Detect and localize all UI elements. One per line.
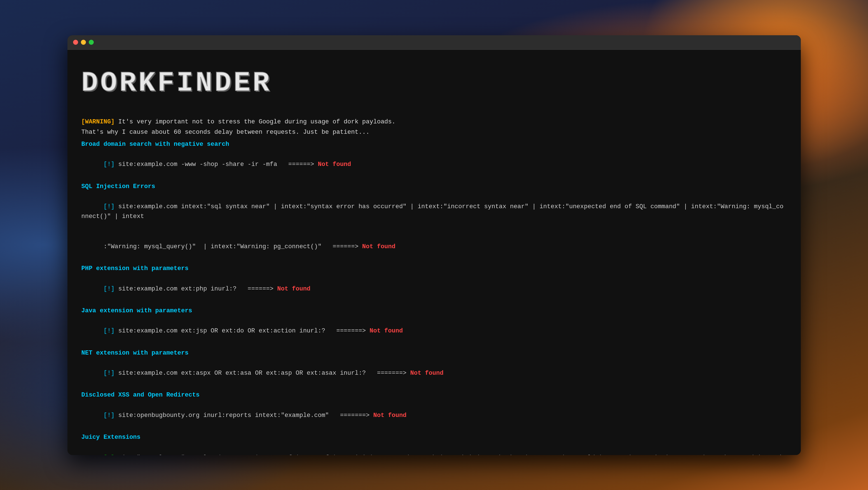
- cmd-line-4: [!] site:example.com ext:jsp OR ext:do O…: [82, 316, 787, 346]
- result-6: Not found: [370, 412, 406, 419]
- prefix-3: [!]: [103, 286, 115, 292]
- app-title: DORKFINDER: [82, 61, 787, 106]
- cmd-7a: site:"example.com" ext:log | ext:txt | e…: [82, 454, 783, 455]
- maximize-button[interactable]: [89, 40, 94, 45]
- section-header-1: Broad domain search with negative search: [82, 139, 787, 149]
- titlebar: [67, 35, 801, 50]
- result-4: Not found: [366, 327, 403, 334]
- prefix-4: [!]: [103, 327, 115, 334]
- cmd-line-5: [!] site:example.com ext:aspx OR ext:asa…: [82, 358, 787, 388]
- prefix-7a: [+]: [103, 454, 115, 455]
- result-3: Not found: [274, 286, 310, 292]
- cmd-line-3: [!] site:example.com ext:php inurl:? ===…: [82, 274, 787, 304]
- cmd-1: site:example.com -www -shop -share -ir -…: [115, 161, 314, 168]
- close-button[interactable]: [73, 40, 78, 45]
- cmd-line-1: [!] site:example.com -www -shop -share -…: [82, 150, 787, 179]
- terminal-content[interactable]: DORKFINDER [WARNING] It's very important…: [67, 50, 801, 455]
- prefix-1: [!]: [103, 161, 115, 168]
- cmd-6: site:openbugbounty.org inurl:reports int…: [115, 412, 370, 419]
- result-1: Not found: [314, 161, 351, 168]
- traffic-lights: [73, 40, 94, 45]
- result-5: Not found: [406, 370, 443, 377]
- result-2: Not found: [359, 243, 396, 250]
- terminal-window: DORKFINDER [WARNING] It's very important…: [67, 35, 801, 455]
- warning-label: [WARNING]: [82, 118, 115, 125]
- cmd-line-6: [!] site:openbugbounty.org inurl:reports…: [82, 401, 787, 430]
- warning-text-1: It's very important not to stress the Go…: [115, 118, 395, 125]
- cmd-line-7a: [+] site:"example.com" ext:log | ext:txt…: [82, 443, 787, 455]
- section-header-2: SQL Injection Errors: [82, 182, 787, 191]
- cmd-2b: :"Warning: mysql_query()" | intext:"Warn…: [103, 243, 359, 250]
- prefix-5: [!]: [103, 370, 115, 377]
- section-header-6: Disclosed XSS and Open Redirects: [82, 390, 787, 400]
- section-header-3: PHP extension with parameters: [82, 264, 787, 273]
- prefix-6: [!]: [103, 412, 115, 419]
- warning-line-2: That's why I cause about 60 seconds dela…: [82, 127, 787, 137]
- cmd-5: site:example.com ext:aspx OR ext:asa OR …: [115, 370, 406, 377]
- cmd-2: site:example.com intext:"sql syntax near…: [82, 203, 783, 220]
- section-header-7: Juicy Extensions: [82, 432, 787, 442]
- minimize-button[interactable]: [81, 40, 86, 45]
- cmd-line-2b: :"Warning: mysql_query()" | intext:"Warn…: [82, 232, 787, 262]
- cmd-line-2: [!] site:example.com intext:"sql syntax …: [82, 192, 787, 231]
- cmd-4: site:example.com ext:jsp OR ext:do OR ex…: [115, 327, 366, 334]
- section-header-5: NET extension with parameters: [82, 348, 787, 358]
- section-header-4: Java extension with parameters: [82, 306, 787, 316]
- prefix-2: [!]: [103, 203, 115, 210]
- warning-text-2: That's why I cause about 60 seconds dela…: [82, 129, 370, 136]
- warning-line-1: [WARNING] It's very important not to str…: [82, 117, 787, 127]
- cmd-3: site:example.com ext:php inurl:? ======>: [115, 286, 274, 292]
